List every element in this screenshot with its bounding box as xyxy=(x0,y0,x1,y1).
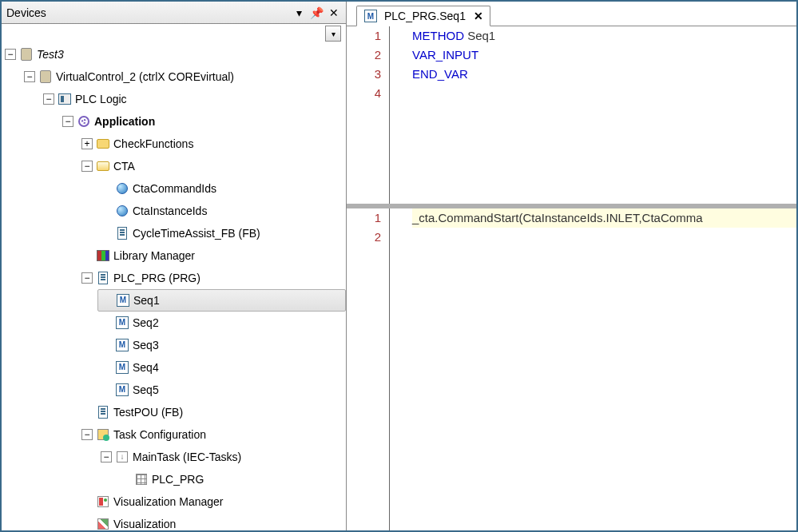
expander-icon[interactable]: − xyxy=(5,49,16,60)
globe-icon xyxy=(115,181,129,196)
doc-icon xyxy=(96,405,110,419)
expander-icon[interactable]: − xyxy=(101,451,112,463)
folder-open-icon xyxy=(96,159,110,173)
taskitem-icon xyxy=(115,450,129,464)
tree-item[interactable]: −Application xyxy=(59,110,346,133)
tab-close-icon[interactable]: ✕ xyxy=(474,10,483,22)
gutter-top: 1234 xyxy=(347,26,390,204)
tree-item-label: CtaInstanceIds xyxy=(133,200,207,222)
tree-item[interactable]: MSeq5 xyxy=(97,379,346,401)
tree-item-label: Seq4 xyxy=(133,356,159,379)
expander-icon xyxy=(101,295,113,306)
expander-icon[interactable]: − xyxy=(81,272,93,284)
tree-topbar: ▾ xyxy=(2,24,346,43)
tree-item[interactable]: MSeq4 xyxy=(97,356,346,379)
tree-area: ▾ −Test3−VirtualControl_2 (ctrlX COREvir… xyxy=(2,24,346,530)
gutter-bottom: 12 xyxy=(347,208,390,530)
books-icon xyxy=(96,248,110,263)
tree-item[interactable]: CtaCommandIds xyxy=(97,177,346,200)
expander-icon[interactable]: − xyxy=(81,161,93,172)
tab-bar: M PLC_PRG.Seq1 ✕ xyxy=(347,2,796,26)
expander-icon[interactable]: − xyxy=(62,116,73,127)
tree-item[interactable]: −MainTask (IEC-Tasks) xyxy=(97,446,346,468)
tree-item-label: MainTask (IEC-Tasks) xyxy=(133,446,241,468)
expander-icon xyxy=(101,183,112,194)
tree-item-label: TestPOU (FB) xyxy=(113,401,183,423)
expander-icon xyxy=(101,228,112,239)
tree-item[interactable]: CycleTimeAssist_FB (FB) xyxy=(97,222,346,244)
panel-pin-icon[interactable]: 📌 xyxy=(309,6,324,20)
grid-icon xyxy=(134,472,149,486)
m-icon: M xyxy=(115,383,129,397)
tree-item[interactable]: MSeq2 xyxy=(97,312,346,334)
tree-item-label: Visualization xyxy=(113,513,176,530)
expander-icon xyxy=(101,384,112,395)
panel-title: Devices xyxy=(6,6,288,19)
tree-item-label: CTA xyxy=(113,155,135,177)
globe-icon xyxy=(115,204,129,218)
panel-close-icon[interactable]: ✕ xyxy=(327,6,341,20)
tree-item[interactable]: −Test3 xyxy=(2,43,346,66)
tree-item-label: Library Manager xyxy=(113,244,195,267)
tree-item[interactable]: −Task Configuration xyxy=(78,423,346,446)
editor-pane: 1234 METHOD Seq1VAR_INPUTEND_VAR 12 _cta… xyxy=(347,26,796,530)
m-icon: M xyxy=(115,360,129,375)
tree-item-label: Application xyxy=(94,110,155,133)
expander-icon xyxy=(101,317,112,328)
tree-item[interactable]: MSeq1 xyxy=(97,289,346,312)
tree-item[interactable]: Visualization xyxy=(78,513,346,530)
tree-item-label: Test3 xyxy=(37,43,64,66)
tab-label: PLC_PRG.Seq1 xyxy=(384,10,466,22)
doc-icon xyxy=(115,226,129,240)
tree-item-label: CtaCommandIds xyxy=(133,177,216,200)
tree-item-label: Seq3 xyxy=(133,334,159,356)
tree-item-label: PLC Logic xyxy=(75,88,127,110)
m-icon: M xyxy=(116,293,130,308)
expander-icon[interactable]: − xyxy=(81,429,93,440)
folder-icon xyxy=(96,137,110,151)
m-icon: M xyxy=(115,316,129,330)
plc-icon xyxy=(58,92,72,106)
tree-item[interactable]: −PLC Logic xyxy=(40,88,346,110)
expander-icon xyxy=(81,250,93,261)
tree-item-label: Visualization Manager xyxy=(113,490,224,513)
tab-plc-prg-seq1[interactable]: M PLC_PRG.Seq1 ✕ xyxy=(356,6,490,26)
expander-icon xyxy=(81,496,93,507)
vism-icon xyxy=(96,494,110,509)
gear-icon xyxy=(77,114,91,129)
tree-item-label: CycleTimeAssist_FB (FB) xyxy=(133,222,260,244)
method-icon: M xyxy=(363,9,378,23)
tree-item[interactable]: Library Manager xyxy=(78,244,346,267)
tree-item-label: CheckFunctions xyxy=(113,133,193,155)
device-tree[interactable]: −Test3−VirtualControl_2 (ctrlX COREvirtu… xyxy=(2,43,346,530)
tree-combo-button[interactable]: ▾ xyxy=(325,26,341,42)
expander-icon xyxy=(81,407,93,418)
code-bottom[interactable]: _cta.CommandStart(CtaInstanceIds.INLET,C… xyxy=(390,208,796,530)
tree-item[interactable]: −CTA xyxy=(78,155,346,177)
tree-item-label: PLC_PRG (PRG) xyxy=(113,267,200,289)
tree-item[interactable]: +CheckFunctions xyxy=(78,133,346,155)
editor-body[interactable]: 12 _cta.CommandStart(CtaInstanceIds.INLE… xyxy=(347,208,796,530)
tree-item-label: Seq5 xyxy=(133,379,159,401)
tree-item[interactable]: −VirtualControl_2 (ctrlX COREvirtual) xyxy=(21,66,346,88)
m-icon: M xyxy=(115,338,129,352)
expander-icon xyxy=(81,518,93,530)
panel-dropdown-icon[interactable]: ▾ xyxy=(292,6,306,20)
expander-icon xyxy=(101,339,112,351)
tree-item[interactable]: −PLC_PRG (PRG) xyxy=(78,267,346,289)
tree-item-label: Seq2 xyxy=(133,312,159,334)
code-top[interactable]: METHOD Seq1VAR_INPUTEND_VAR xyxy=(390,26,796,204)
tree-item[interactable]: PLC_PRG xyxy=(117,468,346,490)
panel-header: Devices ▾ 📌 ✕ xyxy=(2,2,346,24)
expander-icon xyxy=(120,474,131,485)
editor-declaration[interactable]: 1234 METHOD Seq1VAR_INPUTEND_VAR xyxy=(347,26,796,208)
tree-item[interactable]: Visualization Manager xyxy=(78,490,346,513)
tree-item-label: Task Configuration xyxy=(113,423,206,446)
expander-icon[interactable]: − xyxy=(43,93,54,105)
expander-icon[interactable]: − xyxy=(24,71,35,82)
tree-item[interactable]: CtaInstanceIds xyxy=(97,200,346,222)
device-icon xyxy=(19,47,34,62)
tree-item[interactable]: MSeq3 xyxy=(97,334,346,356)
tree-item[interactable]: TestPOU (FB) xyxy=(78,401,346,423)
expander-icon xyxy=(101,205,112,216)
